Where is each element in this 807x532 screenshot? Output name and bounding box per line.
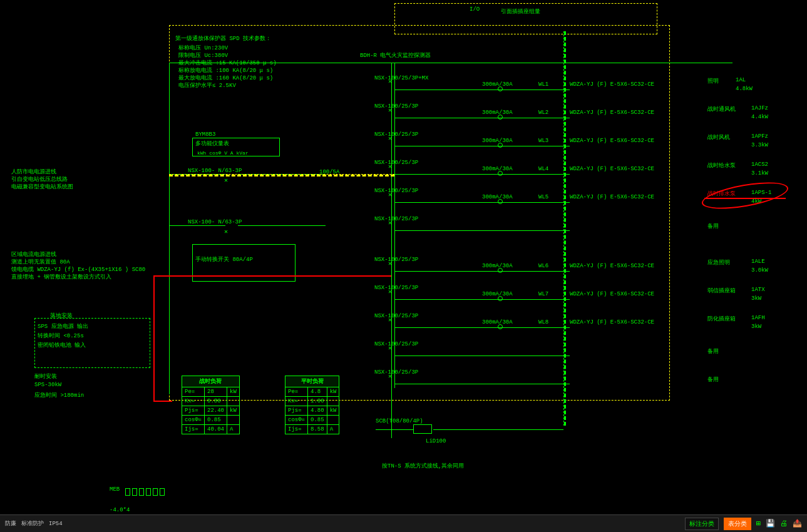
spare3-breaker: NSX-100/25/3P	[374, 369, 418, 376]
left-info-3: 电磁兼容型变电站系统图	[11, 183, 73, 191]
wl7-label: 弱信插座箱	[707, 287, 736, 295]
war-cos-value: 0.85	[205, 416, 227, 425]
spare3-label: 备用	[707, 376, 719, 384]
save-icon[interactable]: 💾	[766, 519, 775, 528]
bottom-toolbar: 防廉 标准防护 IP54 标注分类 表分类 ⊞ 💾 🖨 📤	[0, 514, 807, 532]
wl6-id: WL6	[538, 263, 548, 269]
wl4-power: 3.1kW	[751, 170, 768, 176]
wl7-panel: 1ATX	[751, 287, 765, 293]
wl1-label: 照明	[707, 77, 719, 85]
sps-footer1: 耐时安装	[34, 372, 57, 381]
meter-values: kWh cosΦ V A kVar	[197, 150, 249, 156]
wl3-id: WL3	[538, 138, 548, 144]
wl4-breaker: NSX-100/25/3P	[374, 160, 418, 166]
wl5-id: WL5	[538, 194, 548, 200]
io-label: I/O	[470, 6, 480, 13]
wl3-rcbo-label: 300mA/30A	[482, 138, 513, 144]
war-pjs-value: 22.40	[205, 406, 227, 416]
table-classify-btn[interactable]: 表分类	[724, 518, 751, 530]
wl7-power: 3kW	[751, 295, 761, 302]
peace-load-table: 平时负荷 Pe= 4.8 kW Kx= 1.00 Pjs= 4.80 kW co…	[285, 376, 339, 434]
peace-load-title: 平时负荷	[285, 376, 339, 387]
spare1-label: 备用	[707, 222, 719, 230]
peace-cos-unit	[327, 416, 339, 425]
sps-line3: 密闭铅铁电池 输入	[38, 341, 86, 349]
war-pe-label: Pe=	[182, 387, 205, 397]
scb-label: SCB(T08/80/4P)	[376, 418, 423, 424]
war-load-table: 战时负荷 Pe= 28 kW Kx= 0.80 Pjs= 22.40 kW co…	[182, 376, 240, 434]
war-kx-value: 0.80	[205, 397, 227, 406]
wl2-power: 4.4kW	[751, 114, 768, 120]
wl6-cable: WDZA-YJ (F) E-5X6-SC32-CE	[570, 263, 654, 269]
peace-kx-unit	[327, 397, 339, 406]
wl3-panel: 1APFz	[751, 133, 768, 140]
li-label: LiD100	[426, 438, 446, 444]
district-4: 直接埋地 + 钢管敷设土架敷设方式引入	[11, 273, 111, 281]
wl8-cable: WDZA-YJ (F) E-5X6-SC32-CE	[570, 319, 654, 325]
peace-kx-label: Kx=	[285, 397, 308, 406]
peace-pe-value: 4.8	[308, 387, 327, 397]
peace-ijs-label: Ijs=	[285, 425, 308, 434]
peace-pjs-label: Pjs=	[285, 406, 308, 416]
tag-classify-btn[interactable]: 标注分类	[685, 518, 719, 530]
peace-kx-value: 1.00	[308, 397, 327, 406]
peace-cos-value: 0.85	[308, 416, 327, 425]
war-pe-unit: kW	[227, 387, 240, 397]
rid-label: -4.0*4	[110, 507, 130, 513]
bym-desc: 多功能仪量表	[195, 140, 229, 148]
spare2-breaker: NSX-100/25/3P	[374, 341, 418, 347]
nsx-top-cross: ✕	[224, 176, 228, 184]
meb-label: MEB	[110, 486, 120, 493]
wl6-rcbo-label: 300mA/30A	[482, 263, 513, 269]
wl4-cable: WDZA-YJ (F) E-5X6-SC32-CE	[570, 166, 654, 172]
sps-line2: 转换时间 <0.25s	[38, 332, 84, 340]
war-ijs-value: 40.04	[205, 425, 227, 434]
nsx-bottom-cross: ✕	[224, 228, 228, 235]
war-cos-unit	[227, 416, 240, 425]
grid-icon[interactable]: ⊞	[756, 519, 761, 528]
wl7-id: WL7	[538, 291, 548, 297]
wl1-panel: 1AL	[736, 77, 746, 83]
red-oval-annotation	[700, 177, 790, 214]
wl7-breaker: NSX-100/25/3P	[374, 285, 418, 291]
meb-busbars	[125, 488, 165, 496]
sps-footer3: 应急时间 >180min	[34, 391, 84, 399]
wl1-cable: WDZA-YJ (F) E-5X6-SC32-CE	[570, 81, 654, 88]
nsx-bottom: NSX-100- N/63-3P	[188, 219, 242, 225]
wl3-label: 战时风机	[707, 133, 730, 141]
wl8-rcbo-label: 300mA/30A	[482, 319, 513, 325]
switch-label: 手动转换开关 80A/4P	[195, 255, 253, 263]
wl8-power: 3kW	[751, 324, 761, 330]
sps-line1: SPS 应急电源 输出	[38, 322, 88, 330]
wl1-breaker: NSX-100/25/3P+MX	[374, 75, 428, 81]
schematic-canvas: I/O 引面插插座组量 第一级通放体保护器 SPD 技术参数： 标称电压 Un:…	[0, 0, 807, 532]
bdh-label: BDH-R 电气火灾监控探测器	[360, 51, 431, 59]
war-ijs-label: Ijs=	[182, 425, 205, 434]
wl4-rcbo-label: 300mA/30A	[482, 166, 513, 172]
wl2-breaker: NSX-100/25/3P	[374, 103, 418, 110]
sps-footer2: SPS-30kW	[34, 382, 61, 388]
bym-model: BYM8B3	[195, 131, 215, 138]
wl5-rcbo-label: 300mA/30A	[482, 194, 513, 200]
war-load-title: 战时负荷	[182, 376, 240, 387]
wl8-panel: 1AFH	[751, 315, 765, 321]
wl6-power: 3.0kW	[751, 267, 768, 274]
wl4-id: WL4	[538, 166, 548, 172]
wl2-label: 战时通风机	[707, 105, 736, 113]
peace-ijs-unit: A	[327, 425, 339, 434]
right-label: 引面插插座组量	[501, 8, 540, 16]
war-pjs-label: Pjs=	[182, 406, 205, 416]
print-icon[interactable]: 🖨	[780, 519, 788, 528]
war-pe-value: 28	[205, 387, 227, 397]
wl8-breaker: NSX-100/25/3P	[374, 313, 418, 319]
war-pjs-unit: kW	[227, 406, 240, 416]
spd-title: 第一级通放体保护器 SPD 技术参数：	[175, 34, 271, 43]
war-kx-unit	[227, 397, 240, 406]
wl8-id: WL8	[538, 319, 548, 325]
spd-param-6: 电压保护水平≤ 2.5KV	[178, 81, 236, 90]
toolbar-label2: 标准防护	[21, 519, 44, 528]
peace-pjs-unit: kW	[327, 406, 339, 416]
wl2-panel: 1AJFz	[751, 105, 768, 111]
war-kx-label: Kx=	[182, 397, 205, 406]
export-icon[interactable]: 📤	[793, 519, 802, 528]
